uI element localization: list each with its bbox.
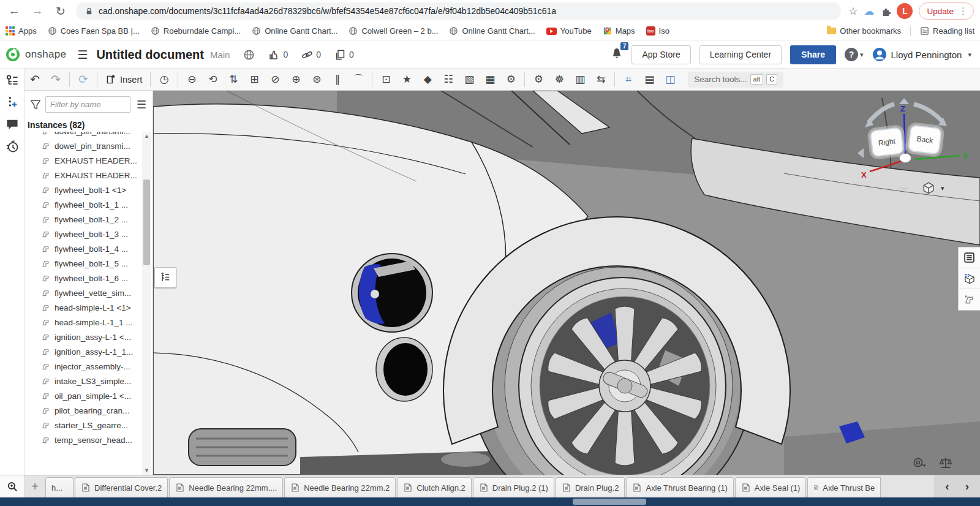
ball-mate-icon[interactable]: ⊛ xyxy=(307,72,326,88)
onshape-logo[interactable]: onshape xyxy=(5,47,66,62)
history-icon[interactable] xyxy=(6,140,19,153)
workspace-label[interactable]: Main xyxy=(210,50,230,60)
document-menu-icon[interactable]: ☰ xyxy=(77,48,88,62)
configuration-panel-toggle[interactable] xyxy=(959,268,980,289)
user-menu[interactable]: Lloyd Pennington ▾ xyxy=(872,47,971,62)
named-positions-icon[interactable]: ◷ xyxy=(155,72,173,88)
element-tab[interactable]: Axle Thrust Be xyxy=(807,477,881,497)
bookmark-star-icon[interactable]: ☆ xyxy=(848,5,858,18)
bookmark-item-maps[interactable]: Maps xyxy=(597,22,641,40)
tangent-mate-icon[interactable]: ⌒ xyxy=(349,72,368,88)
browser-menu-icon[interactable]: ⋮ xyxy=(959,6,968,17)
appearance-panel-toggle[interactable] xyxy=(959,247,980,268)
view-options-dropdown[interactable]: ▾ xyxy=(922,181,944,195)
element-tab[interactable]: Clutch Align.2 xyxy=(397,477,472,497)
document-title[interactable]: Untitled document xyxy=(96,48,204,62)
share-button[interactable]: Share xyxy=(790,45,836,64)
tabs-scroll-left-icon[interactable]: ‹ xyxy=(945,480,949,493)
help-menu[interactable]: ? ▾ xyxy=(845,48,864,61)
instance-item[interactable]: EXHAUST HEADER... xyxy=(24,168,141,183)
instance-item[interactable]: injector_assembly-... xyxy=(24,359,141,374)
tab-search-button[interactable] xyxy=(0,475,24,497)
likes-counter[interactable]: 0 xyxy=(268,49,288,61)
instance-item[interactable]: EXHAUST HEADER... xyxy=(24,153,141,168)
public-toggle[interactable] xyxy=(243,49,255,61)
add-tab-button[interactable]: + xyxy=(24,475,45,497)
instance-item[interactable]: oil_pan_simple-1 <... xyxy=(24,388,141,403)
forward-icon[interactable]: → xyxy=(28,2,47,20)
redo-icon[interactable]: ↷ xyxy=(47,72,65,88)
instance-item[interactable]: flywheel_bolt-1_6 ... xyxy=(24,271,141,285)
view-cube-face-right[interactable]: Right xyxy=(870,127,905,157)
bookmark-item[interactable]: Roeburndale Campi... xyxy=(145,22,246,40)
url-input[interactable] xyxy=(99,6,832,16)
insert-item-icon[interactable] xyxy=(6,96,19,109)
screw-relation-icon[interactable]: ▥ xyxy=(571,72,589,88)
planar-mate-icon[interactable]: ⊞ xyxy=(245,72,263,88)
mass-properties-icon[interactable] xyxy=(938,456,953,470)
undo-icon[interactable]: ↶ xyxy=(26,72,44,88)
element-tab[interactable]: Differential Cover.2 xyxy=(75,477,168,497)
other-bookmarks[interactable]: Other bookmarks xyxy=(821,26,907,36)
view-cube[interactable]: Z X Y Right Back xyxy=(856,97,976,192)
instance-item[interactable]: flywheel_bolt-1_5 ... xyxy=(24,256,141,271)
subassembly-icon[interactable]: ☷ xyxy=(439,72,458,88)
instances-scrollbar[interactable]: ▲ ▼ xyxy=(142,132,151,475)
search-tools-box[interactable]: Search tools... alt C xyxy=(688,72,783,88)
bookmark-item[interactable]: Colwell Green – 2 b... xyxy=(343,22,443,40)
view-cube-face-back[interactable]: Back xyxy=(908,124,943,155)
features-list-toggle[interactable] xyxy=(154,267,176,288)
instance-item[interactable]: starter_LS_gearre... xyxy=(24,418,141,432)
instance-item[interactable]: pilot_bearing_cran... xyxy=(24,403,141,418)
element-tab[interactable]: Axle Seal (1) xyxy=(735,477,806,497)
element-tab[interactable]: Needle Bearing 22mm.2 xyxy=(284,477,396,497)
instance-item[interactable]: head-simple-L-1 <1> xyxy=(24,300,141,315)
pin-slot-mate-icon[interactable]: ⊕ xyxy=(287,72,305,88)
parallel-mate-icon[interactable]: ∥ xyxy=(328,72,347,88)
instance-item[interactable]: dowel_pin_transmi... xyxy=(24,132,141,138)
tab-scrollbar-strip[interactable] xyxy=(0,497,980,506)
slider-mate-icon[interactable]: ⇅ xyxy=(224,72,243,88)
element-tab[interactable]: Axle Thrust Bearing (1) xyxy=(626,477,733,497)
instance-item[interactable]: head-simple-L-1_1 ... xyxy=(24,315,141,330)
tabs-scroll-right-icon[interactable]: › xyxy=(965,480,969,493)
scroll-down-icon[interactable]: ▼ xyxy=(142,467,151,474)
gear-relation-icon[interactable]: ⚙ xyxy=(529,72,548,88)
instance-item[interactable]: ignition_assy-L-1_1... xyxy=(24,344,141,359)
tape-measure-icon[interactable] xyxy=(911,456,926,470)
rollback-icon[interactable]: ⟳ xyxy=(74,72,92,88)
3d-viewport[interactable]: Z X Y Right Back ▾ xyxy=(153,91,980,475)
cloud-sync-icon[interactable]: ☁ xyxy=(864,5,874,18)
replicate-icon[interactable]: ⇆ xyxy=(592,72,610,88)
bookmark-item-iso[interactable]: iso Iso xyxy=(641,22,675,40)
instance-item[interactable]: flywheel_vette_sim... xyxy=(24,285,141,300)
bookmark-item-youtube[interactable]: YouTube xyxy=(541,22,597,40)
links-counter[interactable]: 0 xyxy=(301,49,321,61)
assembly-structure-icon[interactable] xyxy=(6,74,19,87)
insert-parts-icon[interactable]: ▧ xyxy=(460,72,478,88)
instance-item[interactable]: temp_sensor_head... xyxy=(24,432,141,447)
compare-icon[interactable]: ◫ xyxy=(661,72,679,88)
list-view-icon[interactable]: ☰ xyxy=(134,98,149,111)
instance-item[interactable]: flywheel_bolt-1_3 ... xyxy=(24,227,141,241)
revolute-mate-icon[interactable]: ⟲ xyxy=(203,72,222,88)
back-icon[interactable]: ← xyxy=(5,2,23,20)
filter-input[interactable] xyxy=(45,96,130,113)
copies-counter[interactable]: 0 xyxy=(334,49,354,61)
reading-list[interactable]: Reading list xyxy=(914,26,980,36)
scroll-up-icon[interactable]: ▲ xyxy=(142,133,151,139)
instance-item[interactable]: ignition_assy-L-1 <... xyxy=(24,330,141,344)
extensions-icon[interactable] xyxy=(880,6,891,17)
instance-item[interactable]: dowel_pin_transmi... xyxy=(24,138,141,153)
box-select-icon[interactable]: ⊡ xyxy=(377,72,395,88)
instance-item[interactable]: flywheel_bolt-1 <1> xyxy=(24,183,141,197)
linear-pattern-icon[interactable]: ▦ xyxy=(481,72,499,88)
part-studio-panel-toggle[interactable] xyxy=(959,289,980,310)
cylindrical-mate-icon[interactable]: ⊘ xyxy=(266,72,284,88)
apps-shortcut[interactable]: Apps xyxy=(0,22,42,40)
chrome-update-button[interactable]: Update ⋮ xyxy=(919,2,974,20)
bookmark-item[interactable]: Online Gantt Chart... xyxy=(246,22,343,40)
browser-profile-avatar[interactable]: L xyxy=(897,3,913,19)
comment-icon[interactable] xyxy=(6,118,19,131)
bom-table-icon[interactable]: ▤ xyxy=(640,72,658,88)
